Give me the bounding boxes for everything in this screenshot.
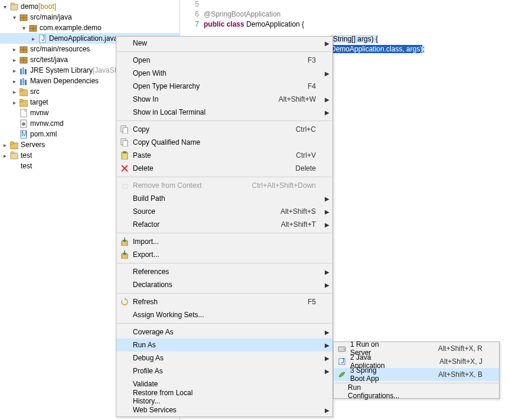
menu-assign-ws[interactable]: Assign Working Sets... (116, 308, 332, 321)
menu-label: Open With (133, 69, 245, 77)
menu-coverage-as[interactable]: Coverage As▶ (116, 325, 332, 338)
menu-web-services[interactable]: Web Services▶ (116, 403, 332, 416)
menu-show-in[interactable]: Show InAlt+Shift+W▶ (116, 93, 332, 106)
menu-label: References (133, 268, 245, 276)
menu-debug-as[interactable]: Debug As▶ (116, 351, 332, 364)
package-icon (19, 12, 28, 22)
separator (117, 263, 332, 263)
tree-project[interactable]: ▾ demo [boot] (0, 1, 180, 12)
menu-label: Source (133, 207, 245, 216)
code-text: tring[] args) { (338, 35, 378, 43)
file-icon (19, 108, 28, 118)
import-icon (116, 237, 133, 246)
shortcut: Alt+Shift+S (245, 207, 322, 216)
shortcut: Alt+Shift+W (245, 95, 322, 103)
menu-label: Import... (133, 237, 245, 246)
tree-label: Maven Dependencies (30, 77, 99, 85)
menu-label: Paste (133, 151, 245, 159)
menu-refactor[interactable]: RefactorAlt+Shift+T▶ (116, 218, 332, 231)
menu-label: Show In (133, 95, 245, 103)
submenu-run-configurations[interactable]: Run Configurations... (334, 385, 499, 398)
menu-profile-as[interactable]: Profile As▶ (116, 364, 332, 377)
tree-label: com.example.demo (40, 24, 102, 32)
menu-new[interactable]: New▶ (116, 37, 332, 50)
shortcut: F5 (245, 298, 322, 306)
code-annotation: @SpringBootApplication (204, 10, 280, 18)
tree-label: src/main/java (30, 13, 72, 21)
shortcut: F3 (245, 56, 322, 64)
separator (117, 121, 332, 121)
refresh-icon (116, 298, 133, 306)
code-text: DemoApplication. (331, 45, 386, 53)
tree-label: target (30, 98, 48, 106)
menu-label: Open Type Hierarchy (133, 82, 245, 90)
tree-label: src/main/resources (30, 45, 90, 53)
folder-icon (9, 140, 19, 149)
menu-label: Assign Working Sets... (133, 311, 245, 319)
tree-label: src (30, 87, 40, 96)
identifier: DemoApplication { (244, 20, 304, 28)
menu-label: Refresh (133, 298, 245, 306)
shortcut: Ctrl+Alt+Shift+Down (245, 181, 322, 190)
menu-import[interactable]: Import... (116, 235, 332, 248)
server-icon (334, 344, 350, 353)
package-icon (19, 55, 28, 64)
tree-label: pom.xml (30, 130, 57, 138)
menu-open-type-hierarchy[interactable]: Open Type HierarchyF4 (116, 80, 332, 93)
menu-build-path[interactable]: Build Path▶ (116, 192, 332, 205)
menu-label: Validate (133, 380, 245, 388)
menu-label: Open (133, 56, 245, 64)
copy-icon (116, 138, 133, 146)
menu-label: Show in Local Terminal (133, 108, 245, 116)
menu-label: 3 Spring Boot App (350, 366, 412, 383)
menu-delete[interactable]: DeleteDelete (116, 162, 332, 175)
remove-context-icon (116, 181, 133, 190)
line-number: 6 (180, 10, 204, 18)
keyword: class (227, 20, 244, 28)
menu-label: New (133, 39, 245, 47)
menu-run-as[interactable]: Run As▶ (116, 338, 332, 351)
tree-label: src/test/java (30, 56, 68, 64)
separator (117, 51, 332, 52)
package-icon (19, 44, 28, 54)
menu-source[interactable]: SourceAlt+Shift+S▶ (116, 205, 332, 218)
tree-src-main-java[interactable]: ▾ src/main/java (0, 12, 180, 22)
menu-open[interactable]: OpenF3 (116, 54, 332, 67)
menu-label: Declarations (133, 281, 245, 289)
menu-label: Profile As (133, 367, 245, 375)
shortcut: F4 (245, 82, 322, 90)
java-file-icon (38, 34, 47, 43)
shortcut: Alt+Shift+X, J (412, 357, 488, 366)
line-number: 5 (180, 0, 204, 8)
menu-declarations[interactable]: Declarations▶ (116, 278, 332, 291)
menu-show-terminal[interactable]: Show in Local Terminal▶ (116, 106, 332, 119)
menu-restore-history[interactable]: Restore from Local History... (116, 390, 332, 403)
menu-copy[interactable]: CopyCtrl+C (116, 123, 332, 136)
tree-package[interactable]: ▾ com.example.demo (0, 22, 180, 33)
shortcut: Alt+Shift+X, R (412, 344, 488, 353)
menu-label: Coverage As (133, 328, 245, 336)
run-as-submenu: 1 Run on ServerAlt+Shift+X, R 2 Java App… (333, 341, 500, 399)
project-icon (9, 151, 19, 160)
menu-label: Remove from Context (133, 181, 245, 190)
tree-label: Servers (21, 141, 45, 149)
tree-label: test (21, 151, 32, 159)
menu-paste[interactable]: PasteCtrl+V (116, 149, 332, 162)
menu-label: Copy Qualified Name (133, 138, 245, 146)
copy-icon (116, 125, 133, 134)
menu-open-with[interactable]: Open With▶ (116, 67, 332, 80)
paste-icon (116, 151, 133, 159)
export-icon (116, 250, 133, 259)
tree-label: test (21, 162, 32, 170)
menu-export[interactable]: Export... (116, 248, 332, 261)
separator (117, 177, 332, 177)
folder-icon (19, 87, 28, 96)
submenu-spring-boot-app[interactable]: 3 Spring Boot AppAlt+Shift+X, B (334, 368, 499, 381)
menu-label: Debug As (133, 354, 245, 362)
keyword: public (204, 20, 224, 28)
separator (117, 323, 332, 324)
java-app-icon (334, 357, 350, 366)
menu-references[interactable]: References▶ (116, 265, 332, 278)
menu-refresh[interactable]: RefreshF5 (116, 295, 332, 308)
menu-copy-qualified[interactable]: Copy Qualified Name (116, 136, 332, 149)
